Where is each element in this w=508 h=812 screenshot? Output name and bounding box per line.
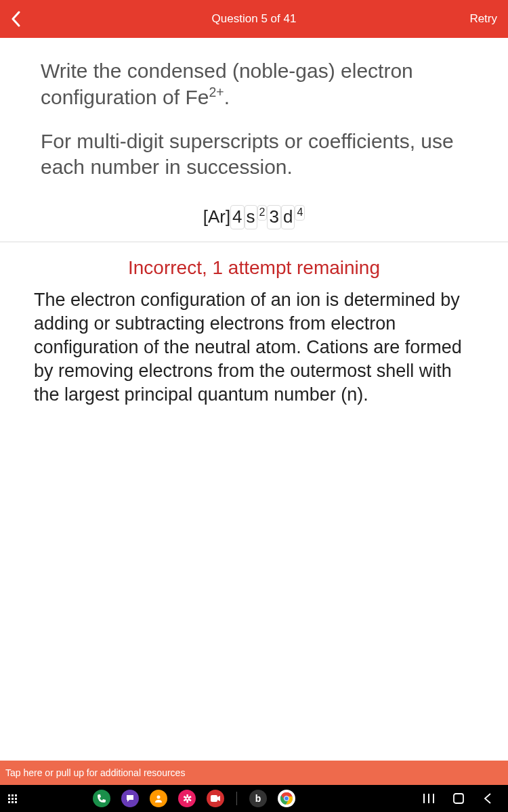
video-icon — [211, 795, 220, 802]
answer-display: [Ar]4s23d4 — [41, 205, 467, 229]
flower-icon: ✲ — [183, 792, 192, 805]
retry-button[interactable]: Retry — [469, 12, 497, 26]
answer-prefix: [Ar] — [203, 206, 230, 227]
app-icon-b[interactable]: b — [249, 790, 267, 807]
back-button[interactable] — [11, 11, 38, 27]
app-icon-chrome[interactable] — [278, 790, 295, 807]
app-icon-3[interactable] — [150, 790, 167, 807]
nav-separator — [236, 792, 237, 805]
app-icon-4[interactable]: ✲ — [178, 790, 196, 807]
svg-rect-5 — [454, 794, 463, 803]
svg-point-0 — [157, 796, 161, 799]
feedback-body: The electron configuration of an ion is … — [34, 288, 474, 407]
answer-sup-1[interactable]: 2 — [257, 205, 268, 221]
chevron-left-icon — [11, 11, 20, 27]
answer-box-2[interactable]: s — [245, 205, 257, 229]
app-header: Question 5 of 41 Retry — [0, 0, 508, 38]
question-line2: For multi-digit superscripts or coeffici… — [41, 129, 467, 179]
back-nav-button[interactable] — [482, 792, 494, 805]
system-nav-bar: ✲ b — [0, 785, 508, 812]
recents-button[interactable] — [423, 792, 435, 805]
home-button[interactable] — [452, 792, 465, 805]
resources-pullup[interactable]: Tap here or pull up for additional resou… — [0, 761, 508, 785]
apps-grid-icon[interactable] — [8, 794, 17, 803]
divider — [0, 242, 508, 242]
svg-rect-1 — [211, 795, 217, 802]
answer-sup-2[interactable]: 4 — [295, 205, 305, 221]
contact-icon — [154, 794, 163, 803]
app-icon-1[interactable] — [93, 790, 110, 807]
feedback-title: Incorrect, 1 attempt remaining — [41, 257, 467, 279]
content-area: Write the condensed (noble-gas) electron… — [0, 38, 508, 761]
chrome-icon — [280, 792, 293, 805]
answer-box-4[interactable]: d — [281, 205, 295, 229]
question-prompt: Write the condensed (noble-gas) electron… — [41, 58, 467, 198]
chat-icon — [125, 794, 135, 803]
phone-icon — [97, 794, 106, 803]
app-icon-5[interactable] — [207, 790, 224, 807]
app-icon-2[interactable] — [121, 790, 139, 807]
question-line1-post: . — [224, 86, 230, 108]
question-counter: Question 5 of 41 — [212, 12, 297, 26]
answer-box-3[interactable]: 3 — [267, 205, 280, 229]
system-buttons — [423, 792, 500, 805]
question-superscript: 2+ — [209, 85, 224, 99]
answer-box-1[interactable]: 4 — [230, 205, 244, 229]
